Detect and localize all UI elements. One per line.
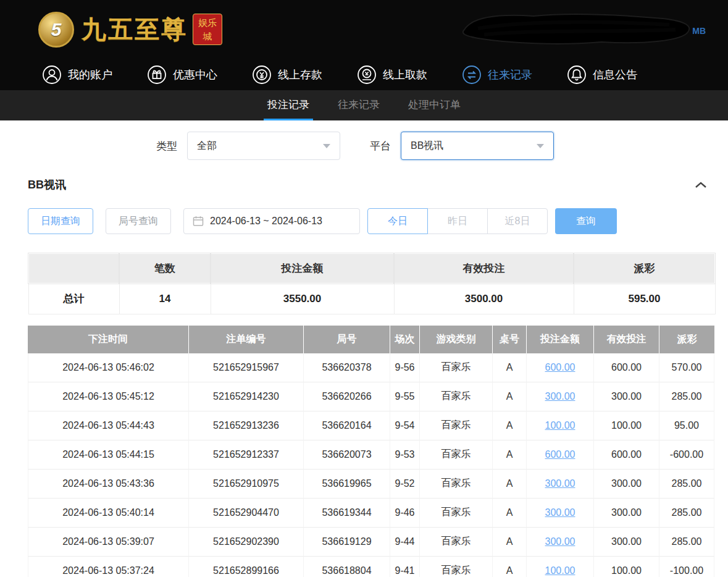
col-game-type: 游戏类别 — [420, 326, 493, 353]
nav-item-label: 线上取款 — [383, 67, 427, 82]
user-icon — [42, 65, 62, 85]
cell-bet-id: 521652912337 — [189, 440, 304, 470]
tab-label: 处理中订单 — [408, 98, 461, 112]
bet-amount-link[interactable]: 100.00 — [545, 420, 575, 431]
cell-session: 9-56 — [390, 353, 420, 382]
platform-filter-label: 平台 — [370, 139, 391, 153]
nav-item-promotions[interactable]: 优惠中心 — [147, 65, 217, 85]
bet-amount-link[interactable]: 300.00 — [545, 536, 575, 547]
chevron-down-icon — [537, 144, 544, 148]
query-toolbar: 日期查询 局号查询 2024-06-13 ~ 2024-06-13 今日 昨日 … — [28, 208, 728, 234]
date-query-button[interactable]: 日期查询 — [28, 208, 93, 234]
nav-item-label: 线上存款 — [278, 67, 322, 82]
nav-item-label: 往来记录 — [488, 67, 532, 82]
search-button[interactable]: 查询 — [555, 208, 617, 234]
bet-amount-link[interactable]: 600.00 — [545, 362, 575, 373]
bet-amount-link[interactable]: 300.00 — [545, 391, 575, 402]
cell-bet-time: 2024-06-13 05:37:24 — [28, 557, 189, 577]
cell-bet-amount: 600.00 — [527, 353, 594, 382]
main-nav: 我的账户 优惠中心 线上存款 线上取款 — [0, 59, 728, 90]
cell-round-no: 536619965 — [304, 470, 390, 499]
cell-session: 9-54 — [390, 411, 420, 440]
cell-bet-amount: 100.00 — [527, 411, 594, 440]
summary-total-label: 总计 — [28, 284, 119, 314]
bet-table-header-row: 下注时间 注单编号 局号 场次 游戏类别 桌号 投注金额 有效投注 派彩 — [28, 326, 714, 353]
nav-item-transaction-records[interactable]: 往来记录 — [462, 65, 532, 85]
cell-table-no: A — [493, 440, 527, 470]
chevron-up-icon — [695, 182, 707, 188]
summary-count-value: 14 — [119, 284, 211, 314]
cell-game-type: 百家乐 — [420, 557, 493, 577]
type-filter-label: 类型 — [156, 139, 177, 153]
quick-range-group: 今日 昨日 近8日 — [367, 208, 548, 234]
type-select[interactable]: 全部 — [187, 132, 340, 160]
cell-session: 9-55 — [390, 382, 420, 411]
gift-icon — [147, 65, 167, 85]
cell-bet-id: 521652913236 — [189, 411, 304, 440]
nav-item-withdraw[interactable]: 线上取款 — [357, 65, 427, 85]
nav-item-label: 优惠中心 — [173, 67, 217, 82]
platform-select-value: BB视讯 — [411, 140, 443, 153]
bet-amount-link[interactable]: 300.00 — [545, 478, 575, 489]
table-row: 2024-06-13 05:46:02 521652915967 5366203… — [28, 353, 714, 382]
collapse-section-button[interactable] — [695, 182, 707, 188]
summary-header-blank — [28, 253, 119, 284]
logo-badge: 娱乐城 — [193, 14, 222, 46]
nav-item-deposit[interactable]: 线上存款 — [252, 65, 322, 85]
bet-amount-link[interactable]: 100.00 — [545, 565, 575, 576]
cell-game-type: 百家乐 — [420, 382, 493, 411]
cell-bet-time: 2024-06-13 05:43:36 — [28, 470, 189, 499]
cell-bet-amount: 300.00 — [527, 499, 594, 528]
logo-emblem-icon: 5 — [38, 12, 74, 48]
bet-amount-link[interactable]: 300.00 — [545, 507, 575, 518]
cell-payout: -600.00 — [659, 440, 714, 470]
cell-bet-id: 521652915967 — [189, 353, 304, 382]
table-row: 2024-06-13 05:44:15 521652912337 5366200… — [28, 440, 714, 470]
cell-bet-time: 2024-06-13 05:46:02 — [28, 353, 189, 382]
last-8-days-button[interactable]: 近8日 — [487, 208, 548, 234]
top-header: 5 九五至尊 娱乐城 MB — [0, 0, 728, 59]
tab-label: 投注记录 — [267, 98, 309, 112]
col-round-no: 局号 — [304, 326, 390, 353]
col-valid-bet: 有效投注 — [594, 326, 659, 353]
cell-game-type: 百家乐 — [420, 411, 493, 440]
nav-item-announcements[interactable]: 信息公告 — [567, 65, 637, 85]
table-row: 2024-06-13 05:40:14 521652904470 5366193… — [28, 499, 714, 528]
cell-payout: 285.00 — [659, 470, 714, 499]
nav-item-my-account[interactable]: 我的账户 — [42, 65, 112, 85]
cell-valid-bet: 600.00 — [594, 440, 659, 470]
bet-amount-link[interactable]: 600.00 — [545, 449, 575, 460]
cell-bet-time: 2024-06-13 05:45:12 — [28, 382, 189, 411]
cell-bet-time: 2024-06-13 05:39:07 — [28, 528, 189, 557]
col-payout: 派彩 — [659, 326, 714, 353]
cell-game-type: 百家乐 — [420, 528, 493, 557]
cell-valid-bet: 100.00 — [594, 411, 659, 440]
platform-select[interactable]: BB视讯 — [401, 132, 554, 160]
tab-processing-orders[interactable]: 处理中订单 — [404, 90, 464, 120]
round-query-button[interactable]: 局号查询 — [106, 208, 171, 234]
cell-bet-amount: 300.00 — [527, 528, 594, 557]
cell-table-no: A — [493, 499, 527, 528]
table-row: 2024-06-13 05:37:24 521652899166 5366188… — [28, 557, 714, 577]
cell-bet-time: 2024-06-13 05:40:14 — [28, 499, 189, 528]
deposit-coin-icon — [252, 65, 272, 85]
cell-game-type: 百家乐 — [420, 470, 493, 499]
cell-round-no: 536619344 — [304, 499, 390, 528]
summary-table: 笔数 投注金额 有效投注 派彩 总计 14 3550.00 3500.00 59… — [28, 253, 716, 314]
cell-round-no: 536620164 — [304, 411, 390, 440]
yesterday-button[interactable]: 昨日 — [427, 208, 488, 234]
table-row: 2024-06-13 05:44:43 521652913236 5366201… — [28, 411, 714, 440]
tab-bet-records[interactable]: 投注记录 — [264, 90, 313, 120]
today-button[interactable]: 今日 — [367, 208, 428, 234]
cell-payout: 570.00 — [659, 353, 714, 382]
cell-table-no: A — [493, 528, 527, 557]
summary-header-payout: 派彩 — [574, 253, 715, 284]
col-bet-time: 下注时间 — [28, 326, 189, 353]
site-logo[interactable]: 5 九五至尊 娱乐城 — [38, 12, 222, 48]
cell-round-no: 536620266 — [304, 382, 390, 411]
cell-bet-amount: 600.00 — [527, 440, 594, 470]
filter-row: 类型 全部 平台 BB视讯 — [0, 120, 728, 160]
cell-bet-id: 521652910975 — [189, 470, 304, 499]
tab-transaction-records[interactable]: 往来记录 — [334, 90, 383, 120]
date-range-input[interactable]: 2024-06-13 ~ 2024-06-13 — [183, 208, 360, 234]
